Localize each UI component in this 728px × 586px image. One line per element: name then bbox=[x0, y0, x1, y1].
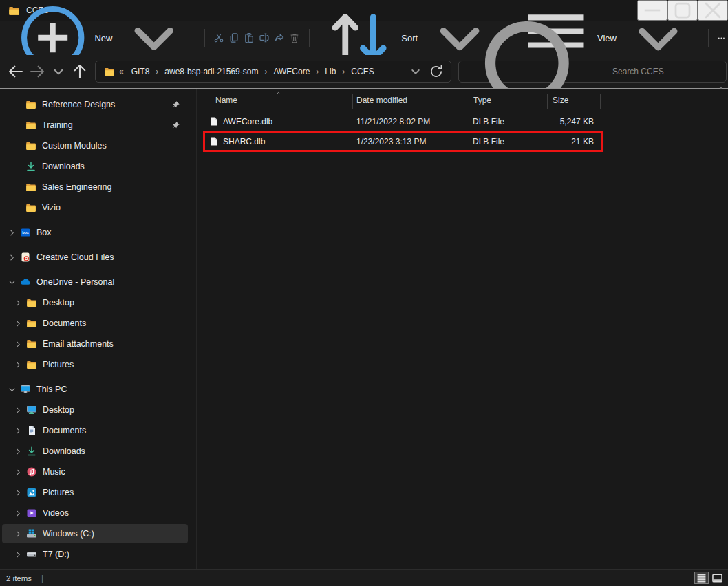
forward-button[interactable] bbox=[28, 62, 46, 81]
sidebar-item[interactable]: T7 (D:) bbox=[2, 545, 188, 564]
sort-button-label: Sort bbox=[401, 33, 418, 43]
expand-chevron-icon[interactable] bbox=[14, 319, 23, 328]
sidebar-item[interactable]: Windows (C:) bbox=[2, 524, 188, 543]
sidebar-item[interactable]: OneDrive - Personal bbox=[2, 272, 188, 292]
download-icon bbox=[26, 446, 37, 457]
command-toolbar: New Sort View bbox=[0, 21, 728, 55]
delete-button[interactable] bbox=[289, 25, 300, 50]
back-button[interactable] bbox=[7, 62, 25, 81]
breadcrumb-separator: › bbox=[314, 67, 320, 76]
search-input[interactable] bbox=[612, 67, 719, 76]
expand-chevron-icon[interactable] bbox=[14, 299, 23, 307]
file-row[interactable]: AWECore.dlb 11/21/2022 8:02 PM DLB File … bbox=[204, 111, 602, 131]
breadcrumb-item[interactable]: CCES bbox=[346, 65, 378, 78]
sidebar-item[interactable]: Desktop bbox=[2, 400, 188, 420]
breadcrumb-item[interactable]: GIT8 bbox=[127, 65, 155, 78]
sidebar-item[interactable]: Vizio bbox=[2, 198, 188, 217]
column-divider[interactable] bbox=[600, 94, 601, 109]
sidebar-item[interactable]: Downloads bbox=[2, 442, 188, 461]
folder-icon bbox=[25, 140, 36, 151]
breadcrumb-separator: › bbox=[154, 67, 160, 76]
expand-chevron-icon[interactable] bbox=[8, 278, 17, 287]
breadcrumb-overflow[interactable]: « bbox=[119, 67, 124, 76]
sidebar-item[interactable]: Pictures bbox=[2, 355, 188, 374]
sidebar-item[interactable]: Documents bbox=[2, 314, 188, 333]
sidebar-item[interactable]: box Box bbox=[2, 223, 188, 242]
expand-chevron-icon[interactable] bbox=[14, 530, 23, 539]
sidebar-item[interactable]: Music bbox=[2, 462, 188, 481]
sidebar-item[interactable]: Sales Engineering bbox=[2, 177, 188, 197]
column-divider[interactable] bbox=[469, 94, 469, 109]
file-date-modified: 1/23/2023 3:13 PM bbox=[352, 137, 469, 146]
sidebar-item[interactable]: Videos bbox=[2, 503, 188, 523]
expand-chevron-icon[interactable] bbox=[14, 360, 23, 369]
chevron-down-icon bbox=[50, 63, 67, 80]
onedrive-icon bbox=[20, 276, 31, 287]
breadcrumb-segment: Lib › bbox=[320, 65, 346, 78]
sidebar-item[interactable]: This PC bbox=[2, 380, 188, 399]
breadcrumb-segment: awe8-bsp-adi-21569-som › bbox=[160, 65, 268, 78]
share-button[interactable] bbox=[274, 25, 285, 50]
pictures-icon bbox=[26, 487, 37, 498]
column-header-date-modified[interactable]: Date modified bbox=[352, 96, 469, 105]
sidebar-item[interactable]: Pictures bbox=[2, 483, 188, 502]
expand-chevron-icon[interactable] bbox=[14, 426, 23, 435]
breadcrumb-segment: GIT8 › bbox=[127, 65, 160, 78]
copy-button[interactable] bbox=[228, 25, 239, 50]
details-view-button[interactable] bbox=[694, 572, 709, 584]
sidebar-item[interactable]: Custom Modules bbox=[2, 136, 188, 155]
forward-arrow-icon bbox=[28, 63, 46, 80]
file-row[interactable]: SHARC.dlb 1/23/2023 3:13 PM DLB File 21 … bbox=[204, 131, 602, 151]
sidebar-item[interactable]: Reference Designs bbox=[2, 95, 188, 114]
column-divider[interactable] bbox=[352, 94, 353, 109]
refresh-icon bbox=[429, 64, 444, 79]
address-bar[interactable]: « GIT8 › awe8-bsp-adi-21569-som › AWECor… bbox=[95, 61, 451, 83]
sidebar-item[interactable]: Creative Cloud Files bbox=[2, 248, 188, 267]
sidebar-item-label: Creative Cloud Files bbox=[36, 252, 114, 262]
more-options-button[interactable] bbox=[717, 25, 726, 50]
column-header-type[interactable]: Type bbox=[469, 96, 547, 105]
expand-chevron-icon[interactable] bbox=[8, 385, 17, 394]
breadcrumb-item[interactable]: awe8-bsp-adi-21569-som bbox=[160, 65, 263, 78]
expand-chevron-icon[interactable] bbox=[14, 550, 23, 559]
expand-chevron-icon[interactable] bbox=[14, 447, 23, 456]
column-divider[interactable] bbox=[547, 94, 548, 109]
expand-chevron-icon[interactable] bbox=[14, 468, 23, 477]
column-header-name[interactable]: Name bbox=[204, 96, 352, 105]
folder-icon bbox=[26, 338, 37, 349]
breadcrumb-item[interactable]: AWECore bbox=[268, 65, 314, 78]
sidebar-item-label: Sales Engineering bbox=[42, 182, 111, 192]
close-button[interactable] bbox=[698, 0, 728, 21]
navigation-bar: « GIT8 › awe8-bsp-adi-21569-som › AWECor… bbox=[0, 55, 728, 88]
sidebar-item[interactable]: Training bbox=[2, 116, 188, 135]
breadcrumb-item[interactable]: Lib bbox=[320, 65, 341, 78]
breadcrumb: GIT8 › awe8-bsp-adi-21569-som › AWECore … bbox=[127, 65, 408, 78]
folder-icon bbox=[25, 202, 36, 213]
expand-chevron-icon[interactable] bbox=[14, 488, 23, 497]
folder-icon bbox=[26, 359, 37, 370]
rename-button[interactable] bbox=[259, 25, 270, 50]
recent-locations-button[interactable] bbox=[50, 62, 67, 81]
sidebar-item[interactable]: Downloads bbox=[2, 157, 188, 176]
column-header-size[interactable]: Size bbox=[547, 96, 602, 105]
view-toggles bbox=[694, 572, 725, 584]
creative-cloud-icon bbox=[20, 252, 31, 263]
paste-button[interactable] bbox=[244, 25, 255, 50]
address-dropdown-button[interactable] bbox=[408, 63, 423, 80]
expand-chevron-icon[interactable] bbox=[14, 509, 23, 518]
sidebar-item[interactable]: Documents bbox=[2, 421, 188, 440]
windows-drive-icon bbox=[26, 528, 37, 539]
expand-chevron-icon[interactable] bbox=[8, 253, 17, 262]
expand-chevron-icon[interactable] bbox=[8, 228, 17, 237]
sidebar-item[interactable]: Email attachments bbox=[2, 334, 188, 354]
expand-chevron-icon[interactable] bbox=[14, 406, 23, 415]
cut-button[interactable] bbox=[213, 25, 224, 50]
thumbnail-view-button[interactable] bbox=[710, 572, 725, 584]
refresh-button[interactable] bbox=[429, 63, 444, 80]
new-button[interactable]: New bbox=[10, 25, 197, 50]
status-separator: | bbox=[41, 574, 43, 583]
up-button[interactable] bbox=[71, 62, 89, 81]
expand-chevron-icon[interactable] bbox=[14, 340, 23, 349]
sidebar-item[interactable]: Desktop bbox=[2, 293, 188, 312]
box-icon: box bbox=[20, 227, 31, 238]
